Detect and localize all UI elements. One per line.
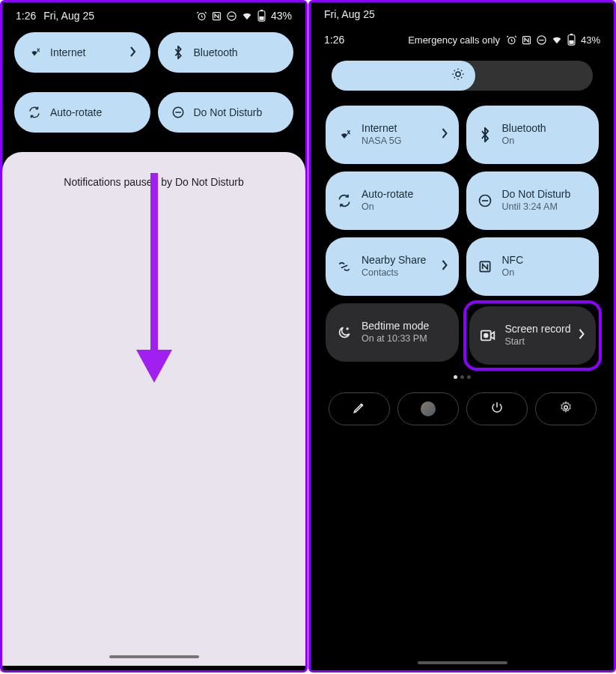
chevron-right-icon [129, 46, 137, 59]
qs-tile-autorotate[interactable]: Auto-rotate [14, 92, 150, 133]
qs-tile-internet[interactable]: Internet NASA 5G [326, 106, 459, 164]
tile-title: NFC [502, 254, 524, 267]
status-date: Fri, Aug 25 [43, 10, 94, 22]
tile-subtitle: On [502, 267, 524, 279]
tile-label: Bluetooth [194, 46, 238, 58]
status-bar: 1:26 Fri, Aug 25 43% [2, 2, 305, 25]
swipe-down-arrow-icon [133, 173, 175, 383]
status-bar: 1:26 Emergency calls only 43% [311, 20, 614, 46]
qs-tile-bluetooth[interactable]: Bluetooth [158, 32, 294, 73]
battery-icon [566, 34, 578, 46]
nfc-icon [211, 10, 223, 22]
dnd-status-icon [226, 10, 238, 22]
dnd-icon [477, 193, 493, 208]
tile-title: Bluetooth [502, 122, 546, 135]
screen-record-icon [480, 329, 496, 342]
highlight-annotation: Screen record Start [463, 300, 603, 371]
tile-subtitle: Contacts [362, 267, 426, 279]
qs-tile-dnd[interactable]: Do Not Disturb [158, 92, 294, 133]
home-handle[interactable] [109, 655, 199, 658]
svg-point-18 [456, 72, 460, 76]
network-status-text: Emergency calls only [408, 34, 500, 46]
page-dot [454, 375, 457, 379]
qs-date: Fri, Aug 25 [311, 2, 614, 20]
user-switcher-button[interactable] [397, 392, 459, 425]
wifi-status-icon [241, 10, 253, 22]
tile-label: Do Not Disturb [194, 106, 263, 118]
avatar [421, 401, 436, 416]
tile-subtitle: On [362, 201, 413, 213]
qs-tile-internet[interactable]: Internet [14, 32, 150, 73]
status-time: 1:26 [16, 10, 36, 22]
settings-button[interactable] [535, 392, 597, 425]
bluetooth-icon [171, 46, 185, 59]
qs-tile-dnd[interactable]: Do Not Disturb Until 3:24 AM [466, 171, 600, 230]
rotate-icon [336, 193, 353, 208]
svg-point-24 [484, 334, 487, 338]
svg-rect-17 [570, 40, 574, 44]
tile-title: Internet [362, 122, 402, 135]
svg-rect-16 [570, 34, 573, 35]
tile-subtitle: Start [505, 336, 571, 347]
tile-title: Nearby Share [362, 254, 426, 267]
qs-tile-bedtime-mode[interactable]: Bedtime mode On at 10:33 PM [326, 303, 459, 362]
brightness-icon [451, 67, 465, 84]
page-dot [467, 375, 471, 379]
svg-point-22 [347, 328, 348, 330]
chevron-right-icon [442, 128, 448, 142]
tile-subtitle: NASA 5G [362, 135, 402, 147]
wifi-icon [336, 127, 353, 142]
power-button[interactable] [466, 392, 528, 425]
dnd-icon [171, 106, 185, 119]
edit-tiles-button[interactable] [329, 392, 390, 425]
nfc-icon [477, 259, 493, 274]
tile-title: Do Not Disturb [502, 188, 571, 201]
brightness-slider[interactable] [332, 61, 593, 91]
alarm-icon [196, 10, 208, 22]
wifi-icon [28, 46, 41, 59]
tile-title: Screen record [505, 323, 571, 336]
wifi-status-icon [551, 34, 563, 46]
qs-tile-nfc[interactable]: NFC On [466, 237, 600, 296]
tile-subtitle: On at 10:33 PM [362, 333, 429, 344]
pencil-icon [353, 401, 366, 417]
rotate-icon [28, 106, 41, 119]
svg-rect-6 [260, 16, 264, 20]
qs-tile-screen-record[interactable]: Screen record Start [469, 306, 597, 365]
tile-title: Bedtime mode [362, 320, 429, 333]
power-icon [490, 401, 504, 417]
battery-percent: 43% [271, 10, 292, 22]
home-handle[interactable] [418, 661, 507, 664]
tile-subtitle: On [502, 135, 546, 147]
nfc-icon [521, 34, 533, 46]
alarm-icon [506, 34, 518, 46]
nearby-share-icon [336, 259, 353, 274]
svg-point-25 [564, 406, 567, 410]
tile-label: Internet [50, 46, 85, 58]
qs-tile-bluetooth[interactable]: Bluetooth On [466, 106, 600, 164]
right-screenshot: Fri, Aug 25 1:26 Emergency calls only 43… [308, 0, 616, 673]
chevron-right-icon [442, 260, 448, 273]
page-dot [460, 375, 464, 379]
chevron-right-icon [579, 329, 585, 342]
gear-icon [559, 401, 573, 417]
bluetooth-icon [477, 127, 493, 142]
left-screenshot: 1:26 Fri, Aug 25 43% [0, 0, 308, 673]
tile-label: Auto-rotate [50, 106, 102, 118]
notification-panel[interactable]: Notifications paused by Do Not Disturb [2, 152, 305, 666]
status-time: 1:26 [324, 34, 344, 46]
dnd-status-icon [536, 34, 548, 46]
bedtime-icon [336, 325, 353, 340]
tile-title: Auto-rotate [362, 188, 413, 201]
tile-subtitle: Until 3:24 AM [502, 201, 571, 213]
battery-icon [256, 10, 268, 22]
battery-percent: 43% [581, 34, 600, 46]
qs-tile-nearby-share[interactable]: Nearby Share Contacts [326, 237, 459, 296]
svg-rect-5 [260, 10, 263, 11]
svg-marker-10 [136, 350, 172, 383]
qs-tile-autorotate[interactable]: Auto-rotate On [326, 171, 459, 230]
